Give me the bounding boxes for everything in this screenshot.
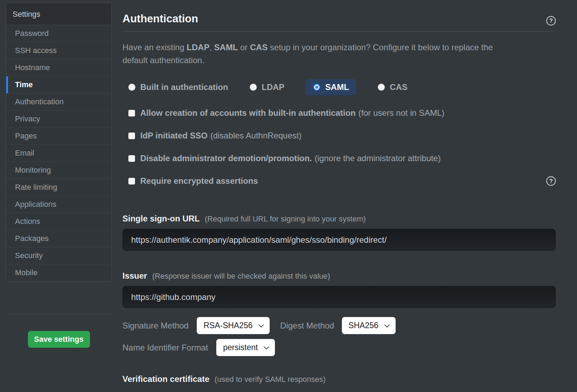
sidebar-box: Settings PasswordSSH accessHostnameTimeA… (6, 3, 112, 282)
page-layout: Settings PasswordSSH accessHostnameTimeA… (0, 0, 577, 392)
sidebar-divider (6, 314, 112, 314)
radio-label: LDAP (262, 82, 284, 92)
intro-segment: , (209, 43, 214, 52)
intro-segment: Have an existing (122, 43, 187, 52)
sidebar-item-authentication[interactable]: Authentication (6, 93, 111, 111)
signature-digest-row: Signature Method RSA-SHA256 Digest Metho… (122, 317, 556, 334)
name-id-format-value: persistent (223, 343, 258, 352)
sidebar-item-packages[interactable]: Packages (6, 230, 111, 247)
save-settings-button[interactable]: Save settings (28, 331, 90, 348)
digest-method-value: SHA256 (349, 321, 379, 330)
radio-option-saml[interactable]: SAML (306, 79, 356, 95)
issuer-label: Issuer (Response issuer will be checked … (122, 271, 556, 281)
radio-icon (313, 84, 320, 91)
chevron-down-icon (258, 322, 264, 327)
intro-segment: or (238, 43, 250, 52)
radio-icon (250, 84, 257, 91)
radio-option-ldap[interactable]: LDAP (250, 79, 284, 95)
checkbox-icon[interactable] (128, 110, 135, 116)
chevron-down-icon (264, 344, 269, 349)
signature-method-label: Signature Method (122, 321, 188, 331)
checkbox-row-idp-initiated-sso: IdP initiated SSO(disables AuthnRequest) (128, 131, 556, 141)
sso-url-input[interactable] (122, 229, 556, 251)
intro-text: Have an existing LDAP, SAML or CAS setup… (122, 41, 510, 67)
sidebar-item-privacy[interactable]: Privacy (6, 111, 111, 128)
checkbox-label: IdP initiated SSO (140, 131, 208, 141)
sidebar-item-monitoring[interactable]: Monitoring (6, 162, 111, 179)
intro-segment: SAML (214, 43, 238, 52)
checkbox-row-require-encrypted-assertions: Require encrypted assertions? (128, 176, 556, 186)
radio-label: Built in authentication (140, 82, 228, 92)
page-header: Authentication ? (122, 0, 556, 32)
sidebar-item-applications[interactable]: Applications (6, 196, 111, 213)
radio-icon (128, 84, 135, 91)
main-content: Authentication ? Have an existing LDAP, … (122, 0, 556, 392)
sidebar-item-time[interactable]: Time (6, 76, 111, 93)
checkbox-note: (disables AuthnRequest) (210, 131, 302, 141)
signature-method-value: RSA-SHA256 (203, 321, 253, 330)
radio-option-cas[interactable]: CAS (378, 79, 407, 95)
name-id-format-label: Name Identifier Format (122, 343, 208, 353)
name-id-format-select[interactable]: persistent (216, 339, 275, 356)
intro-segment: CAS (250, 43, 268, 52)
issuer-input[interactable] (122, 286, 556, 308)
radio-label: CAS (390, 82, 407, 92)
sidebar-item-security[interactable]: Security (6, 247, 111, 264)
sidebar-item-password[interactable]: Password (6, 25, 111, 42)
signature-method-select[interactable]: RSA-SHA256 (197, 317, 270, 334)
checkbox-row-disable-administrator-demotion-promotion: Disable administrator demotion/promotion… (128, 153, 556, 163)
digest-method-select[interactable]: SHA256 (342, 317, 396, 334)
sidebar-item-mobile[interactable]: Mobile (6, 264, 111, 281)
sidebar-item-pages[interactable]: Pages (6, 128, 111, 145)
sidebar-item-hostname[interactable]: Hostname (6, 59, 111, 76)
checkbox-label: Require encrypted assertions (140, 176, 258, 186)
sidebar-item-ssh-access[interactable]: SSH access (6, 42, 111, 59)
auth-method-radio-group: Built in authenticationLDAPSAMLCAS (128, 79, 556, 95)
digest-method-label: Digest Method (280, 321, 334, 331)
settings-sidebar: Settings PasswordSSH accessHostnameTimeA… (6, 3, 112, 392)
page-title: Authentication (122, 13, 556, 25)
help-icon[interactable]: ? (546, 16, 556, 25)
chevron-down-icon (384, 322, 390, 327)
checkbox-icon[interactable] (128, 133, 135, 139)
checkbox-icon[interactable] (128, 178, 135, 184)
name-id-format-row: Name Identifier Format persistent (122, 339, 556, 356)
intro-segment: LDAP (187, 43, 209, 52)
checkbox-note: (ignore the administrator attribute) (315, 153, 441, 163)
auth-options-checkbox-group: Allow creation of accounts with built-in… (122, 108, 556, 186)
sidebar-item-email[interactable]: Email (6, 145, 111, 162)
checkbox-note: (for users not in SAML) (358, 108, 444, 118)
radio-icon (378, 84, 385, 91)
sso-url-label: Single sign-on URL (Required full URL fo… (122, 214, 556, 224)
sidebar-nav: PasswordSSH accessHostnameTimeAuthentica… (6, 25, 111, 281)
sidebar-title: Settings (6, 3, 111, 25)
checkbox-row-allow-creation-of-accounts-with-built-in-authentication: Allow creation of accounts with built-in… (128, 108, 556, 118)
sidebar-item-actions[interactable]: Actions (6, 213, 111, 230)
verification-cert-label: Verification certificate (used to verify… (122, 374, 556, 384)
checkbox-label: Allow creation of accounts with built-in… (140, 108, 355, 118)
radio-label: SAML (325, 82, 349, 92)
radio-option-built-in-authentication[interactable]: Built in authentication (128, 79, 228, 95)
checkbox-icon[interactable] (128, 155, 135, 162)
sidebar-item-rate-limiting[interactable]: Rate limiting (6, 179, 111, 196)
help-icon[interactable]: ? (546, 176, 556, 186)
checkbox-label: Disable administrator demotion/promotion… (140, 153, 312, 163)
